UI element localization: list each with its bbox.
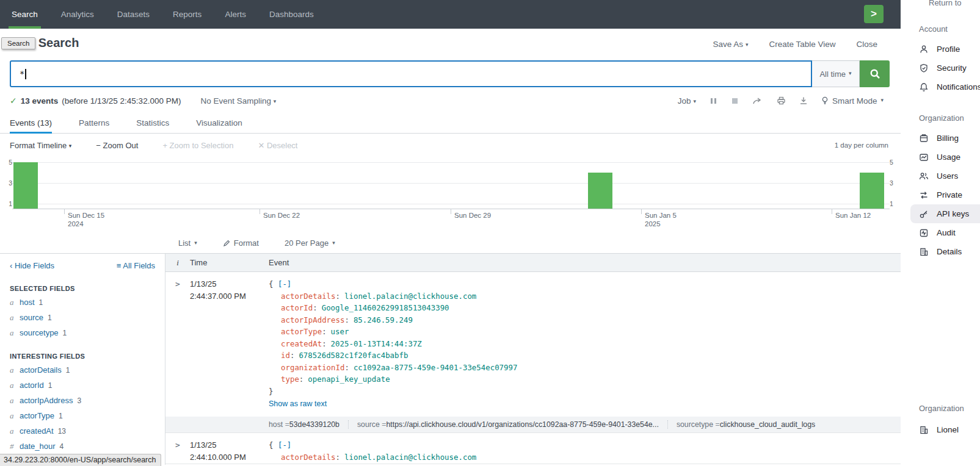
all-fields-label: All Fields — [123, 261, 155, 270]
nav-item-search[interactable]: Search — [0, 0, 49, 29]
event-sampling-dropdown[interactable]: No Event Sampling ▾ — [200, 96, 276, 106]
return-to-link[interactable]: Return to — [919, 0, 980, 7]
pencil-icon — [223, 240, 230, 247]
nav-item-alerts[interactable]: Alerts — [213, 0, 258, 29]
menu-item-security[interactable]: Security — [919, 59, 980, 77]
json-key[interactable]: actorDetails — [281, 453, 344, 462]
json-key[interactable]: actorId — [281, 303, 322, 312]
collapse-json-button[interactable]: [-] — [278, 440, 291, 450]
event-expander[interactable]: > — [165, 278, 190, 432]
deselect-button[interactable]: ✕ Deselect — [258, 141, 297, 150]
time-range-picker[interactable]: All time ▾ — [812, 60, 860, 87]
json-value[interactable]: lionel.palacin@clickhouse.com — [344, 292, 476, 301]
per-page-dropdown[interactable]: 20 Per Page ▾ — [285, 238, 335, 248]
menu-item-notifications[interactable]: Notifications — [919, 77, 980, 96]
field-item-createdAt[interactable]: acreatedAt13 — [10, 426, 155, 436]
field-item-actorType[interactable]: aactorType1 — [10, 411, 155, 421]
tab-events[interactable]: Events (13) — [10, 113, 52, 133]
zoom-to-selection-label: Zoom to Selection — [170, 141, 234, 150]
close-button[interactable]: Close — [856, 40, 877, 49]
json-key[interactable]: createdAt — [281, 339, 331, 348]
all-fields-button[interactable]: ≡ All Fields — [117, 261, 155, 270]
json-value[interactable]: user — [331, 327, 349, 336]
zoom-to-selection-button[interactable]: + Zoom to Selection — [162, 141, 233, 150]
json-value[interactable]: lionel.palacin@clickhouse.com — [344, 453, 476, 462]
timeline-bar[interactable] — [860, 173, 884, 209]
export-button[interactable] — [799, 96, 808, 105]
menu-item-audit[interactable]: Audit — [919, 223, 980, 242]
meta-source[interactable]: sourcehttps://api.clickhouse.cloud/v1/or… — [348, 420, 667, 429]
field-item-date_hour[interactable]: #date_hour4 — [10, 442, 155, 451]
menu-item-usage[interactable]: Usage — [919, 148, 980, 167]
field-item-source[interactable]: asource1 — [10, 313, 155, 323]
field-item-host[interactable]: ahost1 — [10, 298, 155, 307]
time-range-label: All time — [819, 70, 846, 79]
json-key[interactable]: type — [281, 375, 308, 384]
field-item-actorDetails[interactable]: aactorDetails1 — [10, 365, 155, 375]
json-value[interactable]: 2025-01-13T14:44:37Z — [331, 339, 422, 348]
meta-host[interactable]: host53de4339120b — [269, 420, 348, 429]
json-value[interactable]: Google_114602629918513043390 — [322, 303, 449, 312]
format-timeline-dropdown[interactable]: Format Timeline ▾ — [10, 141, 71, 150]
building-icon — [919, 247, 929, 257]
save-as-button[interactable]: Save As ▾ — [713, 40, 749, 49]
event-expander[interactable]: > — [165, 439, 190, 464]
collapse-json-button[interactable]: [-] — [278, 279, 291, 289]
field-item-actorIpAddress[interactable]: aactorIpAddress3 — [10, 396, 155, 406]
save-as-label: Save As — [713, 40, 744, 49]
lightbulb-icon — [821, 96, 829, 106]
search-button[interactable] — [860, 60, 890, 87]
nav-item-reports[interactable]: Reports — [161, 0, 213, 29]
search-mode-selector[interactable]: Smart Mode ▾ — [821, 96, 884, 106]
create-table-view-button[interactable]: Create Table View — [769, 40, 835, 49]
menu-item-label: Users — [937, 171, 958, 181]
json-key[interactable]: actorType — [281, 327, 331, 336]
field-item-sourcetype[interactable]: asourcetype1 — [10, 328, 155, 338]
meta-sourcetype[interactable]: sourcetypeclickhouse_cloud_audit_logs — [667, 420, 824, 429]
job-controls: Job ▾ Smart Mode ▾ — [678, 96, 884, 106]
tab-patterns[interactable]: Patterns — [79, 113, 109, 133]
json-key[interactable]: organizationId — [281, 363, 354, 372]
field-count: 4 — [60, 442, 64, 451]
menu-item-private-endpoints[interactable]: Private — [919, 185, 980, 204]
stop-button[interactable] — [731, 97, 739, 105]
nav-item-datasets[interactable]: Datasets — [106, 0, 161, 29]
print-button[interactable] — [777, 96, 786, 105]
job-menu[interactable]: Job ▾ — [678, 96, 696, 106]
nav-item-dashboards[interactable]: Dashboards — [258, 0, 325, 29]
menu-item-users[interactable]: Users — [919, 167, 980, 185]
menu-item-profile[interactable]: Profile — [919, 40, 980, 59]
json-line: typeopenapi_key_update — [269, 373, 901, 385]
splunk-logo[interactable]: > — [864, 5, 884, 23]
events-timeline-chart[interactable]: 113355Sun Dec 15 2024Sun Dec 22Sun Dec 2… — [0, 157, 901, 228]
json-key[interactable]: actorIpAddress — [281, 315, 354, 324]
json-key[interactable]: actorDetails — [281, 292, 344, 301]
json-value[interactable]: 678526d582c1f20fac4babfb — [299, 351, 408, 360]
nav-item-analytics[interactable]: Analytics — [49, 0, 106, 29]
json-value[interactable]: openapi_key_update — [308, 375, 390, 384]
usage-chart-icon — [919, 152, 929, 162]
share-button[interactable] — [752, 96, 763, 105]
tab-visualization[interactable]: Visualization — [196, 113, 242, 133]
hide-fields-button[interactable]: ‹ Hide Fields — [10, 261, 54, 270]
timeline-bar[interactable] — [588, 173, 612, 209]
pause-button[interactable] — [710, 97, 717, 105]
menu-item-api-keys[interactable]: API keys — [910, 204, 980, 223]
show-raw-text-link[interactable]: Show as raw text — [269, 400, 901, 408]
json-key[interactable]: id — [281, 351, 299, 360]
list-view-dropdown[interactable]: List ▾ — [178, 238, 197, 248]
menu-item-billing[interactable]: Billing — [919, 129, 980, 148]
search-input[interactable]: * — [10, 60, 812, 87]
json-value[interactable]: cc1092aa-8775-459e-9401-33e54ec07997 — [354, 363, 518, 372]
menu-item-details[interactable]: Details — [919, 242, 980, 261]
menu-item-current-organization[interactable]: Lionel — [919, 420, 964, 439]
field-item-actorId[interactable]: aactorId1 — [10, 381, 155, 390]
format-label: Format — [234, 238, 259, 248]
json-value[interactable]: 85.246.59.249 — [354, 315, 413, 324]
format-results-button[interactable]: Format — [223, 238, 259, 248]
zoom-out-button[interactable]: − Zoom Out — [96, 141, 138, 150]
tab-statistics[interactable]: Statistics — [136, 113, 169, 133]
nav-label: Analytics — [61, 10, 94, 19]
x-axis-tick — [832, 209, 832, 214]
timeline-bar[interactable] — [13, 162, 38, 209]
